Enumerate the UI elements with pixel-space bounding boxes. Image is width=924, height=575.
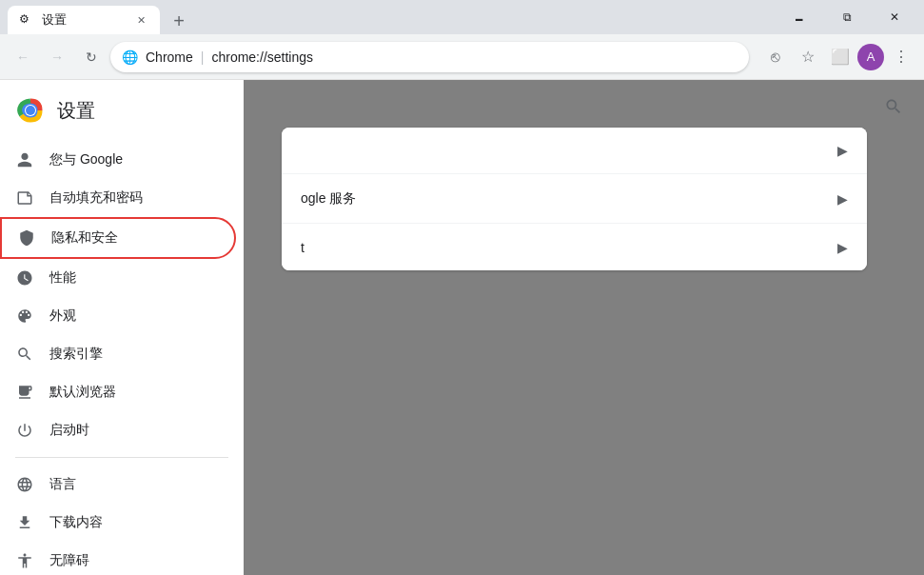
card-3-arrow-icon: ▶ <box>837 240 848 255</box>
settings-card-3-title: t <box>301 240 837 255</box>
settings-card-2[interactable]: ogle 服务 ▶ <box>282 175 867 224</box>
settings-card-3-text: t <box>301 240 837 255</box>
sidebar-item-performance[interactable]: 性能 <box>0 259 236 297</box>
refresh-button[interactable]: ↻ <box>76 42 107 72</box>
content-search-button[interactable] <box>878 91 909 122</box>
forward-button[interactable]: → <box>42 42 72 72</box>
sidebar-item-startup[interactable]: 启动时 <box>0 411 236 449</box>
sidebar-item-language[interactable]: 语言 <box>0 466 236 504</box>
autofill-icon <box>15 188 34 208</box>
address-url: chrome://settings <box>211 50 313 65</box>
startup-icon <box>15 421 34 440</box>
more-button[interactable]: ⋮ <box>886 42 916 72</box>
sidebar-item-search[interactable]: 搜索引擎 <box>0 335 236 373</box>
settings-cards: ▶ ogle 服务 ▶ t ▶ <box>282 128 867 270</box>
tab-favicon: ⚙ <box>19 12 34 28</box>
sidebar-label-downloads: 下载内容 <box>49 514 103 531</box>
sidebar-label-autofill: 自动填充和密码 <box>49 189 143 207</box>
sidebar-label-language: 语言 <box>49 476 76 493</box>
performance-icon <box>15 268 34 288</box>
sidebar-item-appearance[interactable]: 外观 <box>0 297 236 335</box>
restore-button[interactable]: ⧉ <box>825 2 869 32</box>
sidebar-item-accessibility[interactable]: 无障碍 <box>0 542 236 575</box>
address-brand: Chrome <box>146 50 193 65</box>
settings-card-1[interactable]: ▶ <box>282 128 867 174</box>
svg-point-3 <box>26 106 35 115</box>
nav-divider <box>15 457 228 458</box>
back-button[interactable]: ← <box>8 42 38 72</box>
share-button[interactable]: ⎋ <box>760 42 791 72</box>
sidebar-label-appearance: 外观 <box>49 307 76 325</box>
sidebar-label-startup: 启动时 <box>49 422 89 439</box>
sidebar-item-default-browser[interactable]: 默认浏览器 <box>0 373 236 411</box>
title-bar: ⚙ 设置 ✕ + 🗕 ⧉ ✕ <box>0 0 924 34</box>
close-button[interactable]: ✕ <box>873 2 916 32</box>
download-icon <box>15 513 34 532</box>
sidebar-nav: 您与 Google 自动填充和密码 隐私和安全 <box>0 133 244 575</box>
person-icon <box>15 150 34 169</box>
tab-strip: ⚙ 设置 ✕ + <box>8 0 774 34</box>
chrome-logo-icon <box>15 95 46 126</box>
search-icon <box>15 345 34 364</box>
sidebar-header: 设置 <box>0 80 244 133</box>
window-controls: 🗕 ⧉ ✕ <box>777 2 916 32</box>
profile-button[interactable]: A <box>857 44 884 70</box>
settings-tab[interactable]: ⚙ 设置 ✕ <box>8 6 160 34</box>
sidebar-label-you-google: 您与 Google <box>49 151 123 169</box>
accessibility-icon <box>15 551 34 570</box>
card-1-arrow-icon: ▶ <box>837 143 848 158</box>
site-icon: 🌐 <box>122 50 138 65</box>
bookmark-button[interactable]: ☆ <box>793 42 823 72</box>
settings-card-2-text: ogle 服务 <box>301 190 837 208</box>
sidebar: 设置 您与 Google 自动填充和密码 <box>0 80 244 575</box>
settings-card-3[interactable]: t ▶ <box>282 225 867 270</box>
palette-icon <box>15 307 34 326</box>
extensions-button[interactable]: ⬜ <box>825 42 855 72</box>
card-2-arrow-icon: ▶ <box>837 191 848 207</box>
sidebar-label-accessibility: 无障碍 <box>49 552 89 569</box>
content-area: ▶ ogle 服务 ▶ t ▶ <box>244 80 924 575</box>
address-bar: ← → ↻ 🌐 Chrome | chrome://settings ⎋ ☆ ⬜… <box>0 34 924 80</box>
minimize-button[interactable]: 🗕 <box>777 2 821 32</box>
sidebar-item-you-google[interactable]: 您与 Google <box>0 141 236 179</box>
sidebar-title: 设置 <box>57 98 95 124</box>
address-input[interactable]: 🌐 Chrome | chrome://settings <box>110 42 749 72</box>
settings-card-2-title: ogle 服务 <box>301 190 837 208</box>
sidebar-item-privacy[interactable]: 隐私和安全 <box>0 217 236 259</box>
sidebar-label-privacy: 隐私和安全 <box>51 229 118 247</box>
default-browser-icon <box>15 383 34 402</box>
sidebar-label-default-browser: 默认浏览器 <box>49 384 116 401</box>
shield-icon <box>17 228 36 248</box>
sidebar-label-performance: 性能 <box>49 269 76 287</box>
tab-close-button[interactable]: ✕ <box>133 12 148 28</box>
main-container: 设置 您与 Google 自动填充和密码 <box>0 80 924 575</box>
sidebar-item-downloads[interactable]: 下载内容 <box>0 504 236 542</box>
sidebar-label-search: 搜索引擎 <box>49 346 103 363</box>
language-icon <box>15 475 34 494</box>
new-tab-button[interactable]: + <box>166 8 192 34</box>
toolbar-right: ⎋ ☆ ⬜ A ⋮ <box>760 42 916 72</box>
sidebar-item-autofill[interactable]: 自动填充和密码 <box>0 179 236 217</box>
address-separator: | <box>201 50 205 65</box>
tab-title: 设置 <box>42 11 126 29</box>
